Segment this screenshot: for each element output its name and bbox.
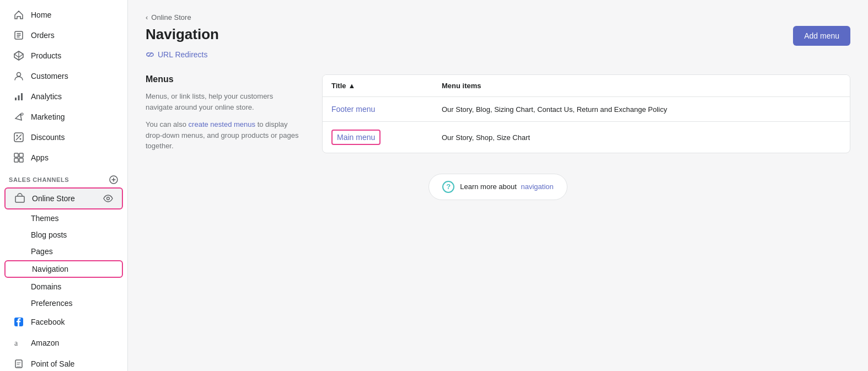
sidebar-item-label: Point of Sale [31, 359, 74, 368]
sidebar-item-label: Facebook [31, 318, 65, 326]
sidebar-item-facebook[interactable]: Facebook [4, 312, 123, 332]
table-row: Main menu Our Story, Shop, Size Chart [323, 122, 850, 153]
menus-desc-2: You can also create nested menus to disp… [146, 119, 300, 152]
sidebar-item-amazon[interactable]: a Amazon [4, 333, 123, 353]
question-icon: ? [442, 181, 454, 193]
svg-rect-10 [14, 153, 18, 157]
sidebar-item-orders[interactable]: Orders [4, 25, 123, 45]
sidebar-item-marketing[interactable]: Marketing [4, 107, 123, 127]
main-menu-link[interactable]: Main menu [331, 130, 381, 145]
apps-icon [13, 152, 24, 163]
sidebar-sub-item-themes[interactable]: Themes [4, 211, 123, 226]
orders-icon [13, 30, 24, 41]
add-menu-button[interactable]: Add menu [793, 26, 850, 46]
svg-rect-4 [18, 95, 20, 100]
svg-point-7 [17, 135, 18, 137]
sidebar-item-label: Customers [31, 72, 68, 80]
svg-rect-11 [19, 153, 23, 157]
page-title: Navigation [146, 26, 219, 43]
col-menu-items-header: Menu items [442, 82, 841, 90]
sales-channels-header: Sales Channels [0, 168, 127, 187]
link-icon [146, 50, 154, 59]
sidebar-item-products[interactable]: Products [4, 46, 123, 66]
main-menu-items: Our Story, Shop, Size Chart [442, 133, 841, 142]
learn-more-box: ? Learn more about navigation [146, 174, 850, 200]
navigation-learn-link[interactable]: navigation [521, 182, 553, 191]
menus-description: Menus Menus, or link lists, help your cu… [146, 74, 300, 158]
svg-rect-12 [14, 158, 18, 162]
breadcrumb-label: Online Store [151, 13, 191, 21]
svg-text:a: a [14, 339, 18, 347]
eye-icon [103, 193, 113, 203]
col-title-header: Title ▲ [331, 82, 442, 90]
page-header: Navigation Add menu [146, 26, 850, 46]
sidebar-item-discounts[interactable]: Discounts [4, 127, 123, 147]
svg-point-8 [20, 138, 22, 140]
sidebar-item-label: Products [31, 51, 61, 60]
add-sales-channel-button[interactable] [109, 175, 119, 185]
sidebar-item-home[interactable]: Home [4, 5, 123, 25]
home-icon [13, 9, 24, 20]
sidebar-item-label: Amazon [31, 338, 59, 347]
sidebar-sub-item-pages[interactable]: Pages [4, 244, 123, 259]
sidebar-item-pos[interactable]: Point of Sale [4, 354, 123, 371]
svg-rect-15 [15, 196, 24, 202]
sidebar-item-label: Orders [31, 31, 55, 40]
url-redirects-label: URL Redirects [158, 50, 208, 59]
sidebar-item-label: Discounts [31, 133, 65, 142]
breadcrumb[interactable]: ‹ Online Store [146, 13, 850, 21]
main-content: ‹ Online Store Navigation Add menu URL R… [128, 0, 868, 371]
menus-desc-1: Menus, or link lists, help your customer… [146, 91, 300, 112]
sidebar-item-label: Apps [31, 153, 49, 162]
sidebar-sub-item-navigation[interactable]: Navigation [4, 260, 123, 278]
learn-more-inner: ? Learn more about navigation [428, 174, 567, 200]
svg-rect-5 [21, 93, 23, 100]
menus-title: Menus [146, 74, 300, 84]
menus-table: Title ▲ Menu items Footer menu Our Story… [322, 74, 850, 153]
discounts-icon [13, 132, 24, 143]
sort-icon: ▲ [349, 82, 356, 90]
analytics-icon [13, 91, 24, 102]
sidebar-sub-item-blog-posts[interactable]: Blog posts [4, 227, 123, 243]
nested-menus-link[interactable]: create nested menus [189, 120, 255, 128]
marketing-icon [13, 111, 24, 122]
sidebar-item-label: Marketing [31, 112, 65, 121]
url-redirects-link[interactable]: URL Redirects [146, 50, 850, 59]
sidebar-item-label: Home [31, 10, 51, 19]
sidebar-item-customers[interactable]: Customers [4, 66, 123, 86]
svg-point-16 [107, 197, 110, 200]
sidebar: Home Orders Products [0, 0, 128, 371]
footer-menu-items: Our Story, Blog, Sizing Chart, Contact U… [442, 105, 841, 114]
pos-icon [13, 358, 24, 369]
svg-rect-13 [19, 158, 23, 162]
amazon-icon: a [13, 337, 24, 348]
svg-rect-20 [17, 366, 21, 367]
online-store-icon [14, 193, 25, 204]
svg-rect-3 [15, 98, 17, 100]
sidebar-item-label: Analytics [31, 92, 62, 101]
chevron-left-icon: ‹ [146, 13, 148, 21]
facebook-icon [13, 316, 24, 327]
footer-menu-link[interactable]: Footer menu [331, 105, 375, 114]
learn-more-text: Learn more about navigation [460, 182, 554, 191]
menus-section: Menus Menus, or link lists, help your cu… [146, 74, 850, 158]
online-store-label: Online Store [32, 194, 97, 203]
sidebar-sub-item-preferences[interactable]: Preferences [4, 295, 123, 311]
customers-icon [13, 71, 24, 82]
sidebar-item-apps[interactable]: Apps [4, 148, 123, 168]
svg-point-2 [17, 73, 21, 77]
products-icon [13, 50, 24, 61]
sidebar-sub-item-domains[interactable]: Domains [4, 279, 123, 294]
svg-point-6 [21, 113, 23, 115]
sidebar-item-online-store[interactable]: Online Store [4, 187, 123, 209]
sidebar-item-analytics[interactable]: Analytics [4, 87, 123, 106]
table-header: Title ▲ Menu items [323, 75, 850, 97]
table-row: Footer menu Our Story, Blog, Sizing Char… [323, 97, 850, 122]
